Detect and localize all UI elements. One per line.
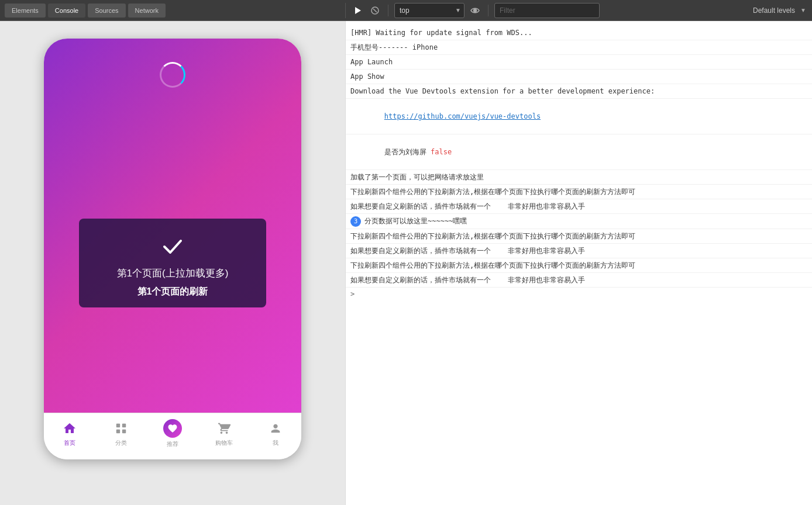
- tab-item-cart[interactable]: 购物车: [207, 420, 242, 447]
- tab-console[interactable]: Console: [48, 4, 85, 18]
- tab-label-recommend: 推荐: [167, 440, 178, 448]
- divider2: [488, 5, 488, 16]
- tab-label-me: 我: [273, 439, 278, 447]
- log-line-badge: 3 分页数据可以放这里~~~~~~嘿嘿: [346, 214, 812, 229]
- log-line-link[interactable]: https://github.com/vuejs/vue-devtools: [346, 99, 812, 134]
- phone-screen: 第1个页面(上拉加载更多) 第1个页面的刷新: [44, 39, 301, 413]
- log-text-prefix: 是否为刘海屏: [384, 148, 431, 156]
- overlay-main-text: 第1个页面(上拉加载更多): [117, 267, 229, 280]
- log-line: Download the Vue Devtools extension for …: [346, 84, 812, 99]
- toolbar-right: top other ▼ Default levels Verbose Info …: [345, 3, 812, 18]
- log-line: 如果想要自定义刷新的话，插件市场就有一个 非常好用也非常容易入手: [346, 273, 812, 288]
- overlay-card: 第1个页面(上拉加载更多) 第1个页面的刷新: [79, 219, 266, 307]
- log-line: 加载了第一个页面，可以把网络请求放这里: [346, 170, 812, 185]
- tab-label-home: 首页: [64, 439, 75, 447]
- log-line: 下拉刷新四个组件公用的下拉刷新方法,根据在哪个页面下拉执行哪个页面的刷新方方法即…: [346, 229, 812, 244]
- tab-item-recommend[interactable]: 推荐: [155, 419, 190, 448]
- log-line: [HMR] Waiting for update signal from WDS…: [346, 26, 812, 40]
- cart-icon: [216, 420, 232, 437]
- devtools-link[interactable]: https://github.com/vuejs/vue-devtools: [384, 112, 541, 120]
- overlay-sub-text: 第1个页面的刷新: [137, 286, 208, 298]
- context-selector-wrapper: top other ▼: [394, 3, 465, 18]
- phone-panel: 第1个页面(上拉加载更多) 第1个页面的刷新 首页: [0, 21, 345, 505]
- phone-frame: 第1个页面(上拉加载更多) 第1个页面的刷新 首页: [44, 39, 301, 459]
- tab-bar: 首页 分类: [44, 413, 301, 459]
- me-icon: [267, 420, 284, 437]
- toolbar-left: Elements Console Sources Network: [0, 4, 345, 18]
- svg-rect-6: [116, 429, 120, 433]
- home-icon: [61, 420, 78, 437]
- checkmark-icon: [157, 230, 188, 261]
- tab-network[interactable]: Network: [128, 4, 166, 18]
- svg-rect-5: [122, 423, 126, 427]
- log-badge-3: 3: [350, 216, 361, 227]
- tab-item-home[interactable]: 首页: [52, 420, 87, 447]
- tab-item-me[interactable]: 我: [258, 420, 293, 447]
- log-line: 如果想要自定义刷新的话，插件市场就有一个 非常好用也非常容易入手: [346, 244, 812, 258]
- log-line: 如果想要自定义刷新的话，插件市场就有一个 非常好用也非常容易入手: [346, 199, 812, 214]
- log-badge-text: 分页数据可以放这里~~~~~~嘿嘿: [364, 216, 467, 226]
- tab-label-cart: 购物车: [215, 439, 233, 447]
- levels-selector-wrapper: Default levels Verbose Info Warnings Err…: [751, 3, 807, 18]
- log-line: App Show: [346, 70, 812, 84]
- tab-item-category[interactable]: 分类: [104, 420, 139, 447]
- svg-marker-0: [355, 7, 361, 14]
- console-content[interactable]: [HMR] Waiting for update signal from WDS…: [346, 21, 812, 505]
- clear-button[interactable]: [368, 4, 382, 18]
- log-text-false: false: [431, 148, 452, 156]
- filter-input[interactable]: [494, 3, 600, 18]
- tab-label-category: 分类: [115, 439, 127, 447]
- context-selector[interactable]: top other: [394, 3, 465, 18]
- log-line: 下拉刷新四个组件公用的下拉刷新方法,根据在哪个页面下拉执行哪个页面的刷新方方法即…: [346, 185, 812, 199]
- log-line: 下拉刷新四个组件公用的下拉刷新方法,根据在哪个页面下拉执行哪个页面的刷新方方法即…: [346, 258, 812, 273]
- recommend-icon: [163, 419, 182, 438]
- svg-rect-7: [122, 429, 126, 433]
- svg-rect-4: [116, 423, 120, 427]
- log-line: 是否为刘海屏 false: [346, 134, 812, 170]
- levels-selector[interactable]: Default levels Verbose Info Warnings Err…: [751, 3, 807, 18]
- log-line: App Launch: [346, 55, 812, 70]
- svg-point-3: [474, 9, 477, 12]
- svg-line-2: [373, 9, 377, 12]
- eye-button[interactable]: [468, 4, 482, 18]
- console-panel: [HMR] Waiting for update signal from WDS…: [345, 21, 812, 505]
- tab-elements[interactable]: Elements: [5, 4, 46, 18]
- tab-sources[interactable]: Sources: [88, 4, 125, 18]
- log-line: 手机型号------- iPhone: [346, 40, 812, 55]
- top-toolbar: Elements Console Sources Network top oth…: [0, 0, 812, 21]
- execute-button[interactable]: [350, 4, 364, 18]
- console-expand-row[interactable]: >: [346, 288, 812, 300]
- divider: [388, 5, 388, 16]
- spinner-container: [44, 39, 301, 88]
- loading-spinner: [160, 62, 185, 88]
- category-icon: [113, 420, 129, 437]
- main-content: 第1个页面(上拉加载更多) 第1个页面的刷新 首页: [0, 21, 812, 505]
